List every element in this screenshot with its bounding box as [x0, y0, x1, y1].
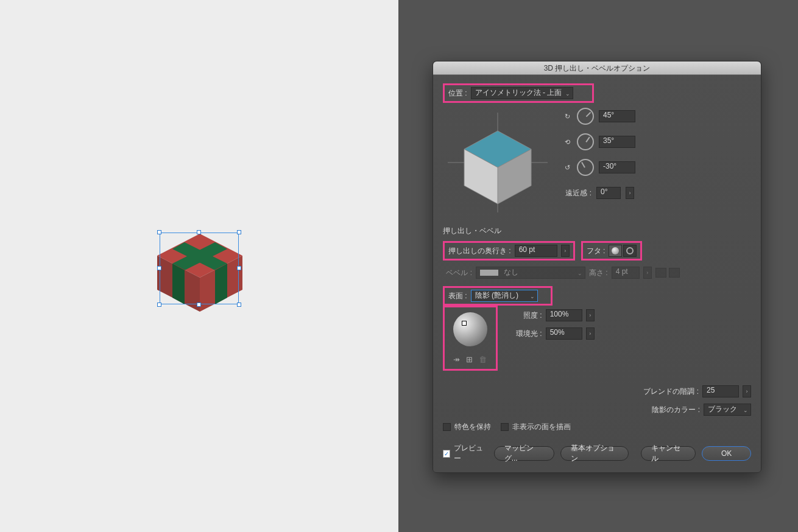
- draw-hidden-checkbox[interactable]: 非表示の面を描画: [501, 422, 571, 432]
- shade-color-value: ブラック: [708, 405, 737, 413]
- rotation-cube-preview[interactable]: [443, 108, 553, 217]
- cap-label: フタ :: [587, 246, 606, 256]
- light-intensity-stepper[interactable]: ›: [586, 309, 595, 321]
- rotate-y-icon: ⟲: [562, 137, 572, 147]
- perspective-label: 遠近感 :: [562, 188, 591, 198]
- bevel-height-input: 4 pt: [612, 267, 640, 279]
- light-position-handle[interactable]: [462, 321, 467, 326]
- ambient-light-stepper[interactable]: ›: [586, 327, 595, 340]
- bevel-height-label: 高さ :: [589, 268, 608, 278]
- draw-hidden-label: 非表示の面を描画: [512, 422, 571, 432]
- shade-color-label: 陰影のカラー :: [652, 405, 700, 415]
- perspective-input[interactable]: 0°: [596, 187, 621, 199]
- extrude-depth-highlight: 押し出しの奥行き : 60 pt ›: [443, 241, 575, 261]
- light-intensity-input[interactable]: 100%: [546, 309, 582, 321]
- bevel-select[interactable]: なし ⌄: [476, 267, 585, 279]
- move-light-back-icon[interactable]: ↠: [453, 355, 460, 364]
- bevel-out-icon: [669, 268, 680, 278]
- preserve-spot-label: 特色を保持: [454, 422, 491, 432]
- canvas-area: [0, 0, 398, 532]
- extrude-bevel-section-title: 押し出し・ベベル: [443, 226, 751, 236]
- preview-checkbox[interactable]: ✓ プレビュー: [443, 443, 488, 464]
- surface-label: 表面 :: [448, 291, 467, 301]
- extrude-bevel-dialog: 3D 押し出し・ベベルオプション 位置 : アイソメトリック法 - 上面 ⌄: [433, 61, 761, 473]
- chevron-down-icon: ⌄: [530, 293, 535, 299]
- rotate-z-dial[interactable]: [577, 159, 594, 176]
- blend-steps-stepper[interactable]: ›: [743, 385, 751, 397]
- cap-off-button[interactable]: [623, 245, 637, 257]
- bevel-height-stepper: ›: [643, 267, 652, 279]
- bevel-value: なし: [504, 268, 518, 276]
- bevel-in-icon: [655, 268, 666, 278]
- blend-steps-label: ブレンドの階調 :: [643, 387, 699, 397]
- rotate-y-dial[interactable]: [577, 133, 594, 150]
- light-sphere[interactable]: [453, 312, 487, 346]
- perspective-stepper[interactable]: ›: [626, 187, 634, 199]
- chevron-down-icon: ⌄: [577, 270, 582, 276]
- light-intensity-label: 照度 :: [523, 310, 542, 321]
- position-select[interactable]: アイソメトリック法 - 上面 ⌄: [471, 87, 573, 99]
- surface-row-highlight: 表面 : 陰影 (艶消し) ⌄: [443, 286, 553, 306]
- rotate-x-dial[interactable]: [577, 108, 594, 125]
- new-light-icon[interactable]: ⊞: [466, 355, 473, 364]
- selection-bounds[interactable]: [160, 233, 239, 304]
- position-value: アイソメトリック法 - 上面: [475, 88, 562, 97]
- rotate-x-icon: ↻: [562, 111, 572, 121]
- map-art-button[interactable]: マッピング...: [494, 446, 554, 461]
- shade-color-select[interactable]: ブラック ⌄: [704, 404, 751, 416]
- cap-highlight: フタ :: [581, 241, 643, 261]
- preview-label: プレビュー: [454, 443, 488, 464]
- position-row-highlight: 位置 : アイソメトリック法 - 上面 ⌄: [443, 83, 594, 103]
- rotate-z-input[interactable]: -30°: [599, 161, 635, 173]
- rotate-y-input[interactable]: 35°: [599, 136, 635, 148]
- chevron-down-icon: ⌄: [743, 407, 748, 413]
- cap-on-button[interactable]: [609, 245, 622, 257]
- ok-button[interactable]: OK: [702, 446, 751, 461]
- rotate-z-icon: ↺: [562, 163, 572, 172]
- extrude-depth-stepper[interactable]: ›: [561, 245, 570, 257]
- ambient-light-label: 環境光 :: [516, 329, 542, 339]
- light-sphere-highlight: ↠ ⊞ 🗑: [443, 306, 498, 371]
- rotate-x-input[interactable]: 45°: [599, 110, 635, 122]
- more-options-button[interactable]: 基本オプション: [560, 446, 629, 461]
- delete-light-icon[interactable]: 🗑: [479, 355, 487, 364]
- position-label: 位置 :: [448, 88, 467, 99]
- blend-steps-input[interactable]: 25: [702, 385, 739, 397]
- surface-select[interactable]: 陰影 (艶消し) ⌄: [471, 290, 538, 302]
- extrude-depth-label: 押し出しの奥行き :: [448, 246, 511, 256]
- surface-value: 陰影 (艶消し): [475, 291, 518, 299]
- cancel-button[interactable]: キャンセル: [641, 446, 696, 461]
- ambient-light-input[interactable]: 50%: [546, 327, 582, 340]
- extrude-depth-input[interactable]: 60 pt: [515, 245, 557, 257]
- dialog-title: 3D 押し出し・ベベルオプション: [433, 61, 761, 75]
- preserve-spot-checkbox[interactable]: 特色を保持: [443, 422, 491, 432]
- chevron-down-icon: ⌄: [565, 91, 570, 97]
- bevel-label: ベベル :: [443, 268, 472, 278]
